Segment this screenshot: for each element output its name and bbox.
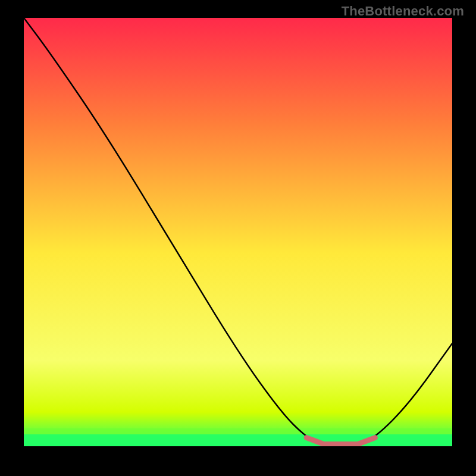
- watermark-label: TheBottleneck.com: [342, 4, 464, 19]
- bottom-band: [24, 434, 452, 446]
- plot-area: [24, 18, 452, 446]
- gradient-background: [24, 18, 452, 446]
- chart-svg: [24, 18, 452, 446]
- bottom-band-upper: [24, 428, 452, 434]
- chart-container: TheBottleneck.com: [0, 0, 476, 476]
